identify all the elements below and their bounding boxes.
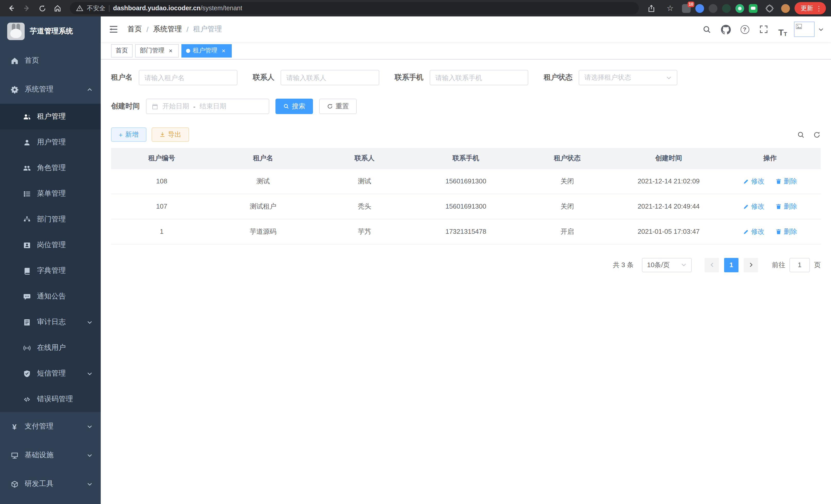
user-icon (23, 138, 31, 146)
sidebar-item-label: 审计日志 (37, 318, 66, 327)
fullscreen-button[interactable] (756, 22, 771, 37)
sidebar-item-dict[interactable]: 字典管理 (0, 258, 101, 284)
gear-icon (10, 85, 19, 93)
sidebar-item-label: 在线用户 (37, 343, 66, 352)
main-area: 首页 / 系统管理 / 租户管理 ? (101, 17, 831, 504)
sidebar-item-payment[interactable]: ¥ 支付管理 (0, 412, 101, 441)
prev-page-button[interactable] (705, 258, 719, 272)
sidebar-item-label: 基础设施 (25, 451, 53, 460)
sidebar-item-post[interactable]: 岗位管理 (0, 232, 101, 258)
bookmark-star-button[interactable]: ☆ (663, 1, 677, 16)
tab-dept[interactable]: 部门管理 × (135, 44, 179, 57)
plus-icon: + (119, 131, 122, 139)
delete-link[interactable]: 删除 (775, 227, 797, 236)
cell-actions: 修改 删除 (719, 219, 821, 244)
avatar-caret-icon[interactable] (818, 26, 824, 32)
share-button[interactable] (644, 1, 658, 16)
breadcrumb-home[interactable]: 首页 (127, 25, 142, 34)
add-button[interactable]: + 新增 (111, 127, 146, 142)
export-button[interactable]: 导出 (151, 127, 189, 142)
sidebar-item-menu[interactable]: 菜单管理 (0, 181, 101, 207)
contact-input[interactable] (286, 74, 374, 82)
tenant-name-input[interactable] (144, 74, 232, 82)
edit-link[interactable]: 修改 (743, 176, 765, 186)
breadcrumb-system[interactable]: 系统管理 (153, 25, 182, 34)
extension-blue-icon[interactable] (695, 4, 704, 12)
refresh-button[interactable] (813, 131, 821, 139)
sidebar-item-notice[interactable]: 通知公告 (0, 284, 101, 309)
forward-button[interactable] (20, 1, 34, 16)
page-content: 租户名 联系人 联系手机 租户状态 请选择租户状态 (101, 60, 831, 504)
profile-avatar[interactable] (781, 4, 790, 12)
goto-page-input[interactable] (790, 258, 810, 272)
delete-link[interactable]: 删除 (775, 202, 797, 211)
tab-home[interactable]: 首页 (111, 44, 133, 57)
back-button[interactable] (4, 1, 19, 16)
search-button[interactable]: 搜索 (276, 99, 313, 114)
sidebar-item-user[interactable]: 用户管理 (0, 129, 101, 155)
next-page-button[interactable] (744, 258, 758, 272)
sidebar-item-devtools[interactable]: 研发工具 (0, 470, 101, 498)
sidebar-item-online-user[interactable]: 在线用户 (0, 335, 101, 361)
extension-dark-icon[interactable] (709, 4, 717, 12)
cell-actions: 修改 删除 (719, 194, 821, 219)
reload-button[interactable] (35, 1, 49, 16)
logo[interactable]: 芋道管理系统 (0, 17, 101, 46)
header-search-button[interactable] (699, 22, 714, 37)
toggle-search-button[interactable] (797, 131, 805, 139)
pagination: 共 3 条 10条/页 1 前往 页 (111, 258, 821, 272)
reset-button[interactable]: 重置 (319, 99, 357, 114)
cell-mobile: 15601691300 (415, 169, 517, 194)
tab-tenant[interactable]: 租户管理 × (181, 44, 232, 57)
edit-link[interactable]: 修改 (743, 227, 765, 236)
sidebar-item-infra[interactable]: 基础设施 (0, 441, 101, 470)
url-domain: dashboard.yudao.iocoder.cn (113, 5, 200, 12)
font-size-button[interactable]: TT (775, 22, 791, 37)
url-text: dashboard.yudao.iocoder.cn/system/tenant (113, 5, 242, 12)
github-button[interactable] (718, 22, 733, 37)
extensions-puzzle-button[interactable] (762, 1, 776, 16)
address-bar[interactable]: 不安全 dashboard.yudao.iocoder.cn/system/te… (70, 2, 639, 14)
menu-list-icon (23, 189, 31, 198)
mobile-input[interactable] (435, 74, 523, 82)
date-start-placeholder: 开始日期 (163, 102, 189, 111)
sidebar-item-tenant[interactable]: 租户管理 (0, 104, 101, 129)
update-button[interactable]: 更新 ⋮ (795, 2, 826, 14)
cell-contact: 芋艿 (314, 219, 415, 244)
cell-created: 2021-01-05 17:03:47 (618, 219, 719, 244)
extension-chat-icon[interactable] (749, 4, 757, 12)
chevron-down-icon (87, 481, 92, 487)
app-title: 芋道管理系统 (30, 27, 73, 36)
sidebar-item-role[interactable]: 角色管理 (0, 155, 101, 181)
sidebar-item-label: 支付管理 (25, 422, 53, 431)
sidebar-toggle-button[interactable] (101, 17, 126, 42)
extension-darkgreen-icon[interactable] (722, 4, 731, 12)
cell-mobile: 15601691300 (415, 194, 517, 219)
status-select[interactable]: 请选择租户状态 (579, 70, 677, 85)
warning-icon (76, 5, 83, 12)
sidebar-item-label: 租户管理 (37, 112, 66, 121)
sidebar-item-system[interactable]: 系统管理 (0, 75, 101, 104)
date-range-picker[interactable]: 开始日期 - 结束日期 (146, 99, 269, 114)
user-avatar[interactable] (794, 22, 814, 37)
sidebar-item-home[interactable]: 首页 (0, 46, 101, 75)
filter-label: 创建时间 (111, 102, 140, 111)
close-icon[interactable]: × (167, 47, 174, 54)
filter-tenant-name: 租户名 (111, 70, 237, 85)
sidebar-item-error-code[interactable]: 错误码管理 (0, 386, 101, 412)
sidebar-item-dept[interactable]: 部门管理 (0, 207, 101, 232)
extension-green-icon[interactable] (736, 4, 744, 12)
sidebar-item-sms[interactable]: 短信管理 (0, 361, 101, 386)
help-button[interactable]: ? (737, 22, 752, 37)
delete-link[interactable]: 删除 (775, 176, 797, 186)
page-number-button[interactable]: 1 (724, 258, 739, 272)
cell-id: 107 (111, 194, 212, 219)
close-icon[interactable]: × (220, 47, 227, 54)
table-row: 1 芋道源码 芋艿 17321315478 开启 2021-01-05 17:0… (111, 219, 821, 244)
filter-status: 租户状态 请选择租户状态 (544, 70, 677, 85)
page-size-select[interactable]: 10条/页 (642, 258, 692, 272)
edit-link[interactable]: 修改 (743, 202, 765, 211)
home-button[interactable] (50, 1, 65, 16)
sidebar-item-audit-log[interactable]: 审计日志 (0, 309, 101, 335)
extension-adblock-icon[interactable]: 10 (682, 4, 691, 12)
